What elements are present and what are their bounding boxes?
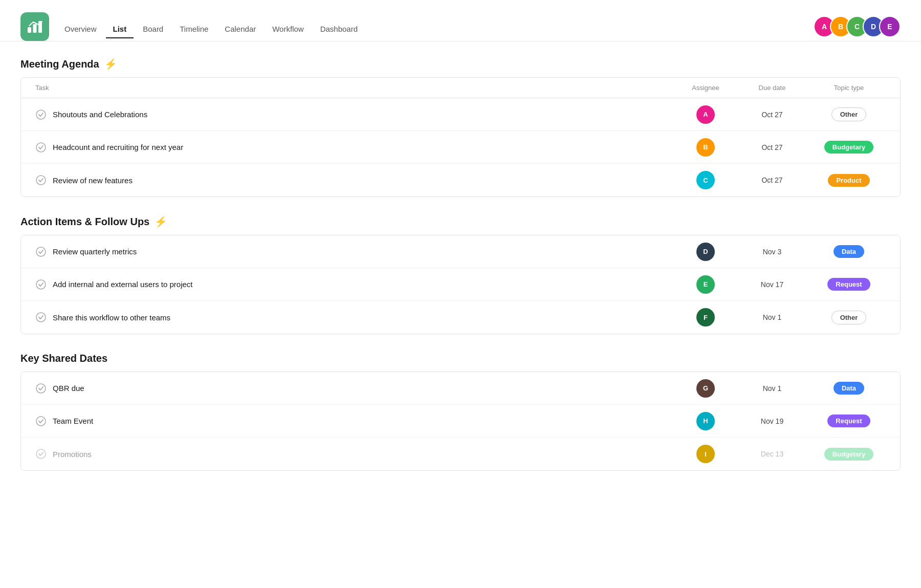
nav-tab-workflow[interactable]: Workflow: [265, 20, 311, 38]
topic-tag: Data: [834, 245, 864, 258]
table-row[interactable]: Headcount and recruiting for next yearBO…: [21, 131, 900, 164]
user-avatars: ABCDE: [814, 16, 901, 37]
tag-cell[interactable]: Other: [808, 107, 890, 121]
svg-point-9: [36, 384, 46, 393]
nav-tabs: OverviewListBoardTimelineCalendarWorkflo…: [57, 20, 365, 38]
task-cell: Shoutouts and Celebrations: [31, 102, 675, 127]
table-row[interactable]: Add internal and external users to proje…: [21, 268, 900, 301]
tag-cell[interactable]: Data: [808, 245, 890, 258]
table-header-row: TaskAssigneeDue dateTopic type: [21, 78, 900, 98]
svg-point-3: [36, 110, 46, 119]
nav-tab-overview[interactable]: Overview: [57, 20, 104, 38]
avatar: A: [696, 105, 715, 124]
task-name: Team Event: [53, 417, 93, 425]
assignee-cell: F: [675, 308, 736, 326]
avatar: E: [696, 275, 715, 294]
col-header-assignee: Assignee: [675, 78, 736, 98]
nav-tab-dashboard[interactable]: Dashboard: [313, 20, 365, 38]
table-row[interactable]: QBR dueGNov 1Data: [21, 372, 900, 405]
tag-cell[interactable]: Request: [808, 278, 890, 291]
svg-rect-1: [33, 24, 37, 33]
avatar: D: [696, 243, 715, 261]
section-header: Meeting Agenda⚡: [20, 58, 901, 70]
assignee-cell: E: [675, 275, 736, 294]
assignee-cell: A: [675, 105, 736, 124]
task-table: QBR dueGNov 1DataTeam EventHNov 19Reques…: [20, 372, 901, 471]
task-cell: Promotions: [31, 441, 675, 467]
task-cell: Review of new features: [31, 167, 675, 193]
col-header-topic_type: Topic type: [808, 78, 890, 98]
check-icon: [35, 448, 47, 460]
svg-rect-0: [28, 27, 31, 33]
nav-tab-timeline[interactable]: Timeline: [172, 20, 215, 38]
due-date: Oct 27: [736, 111, 808, 119]
table-row[interactable]: PromotionsIDec 13Budgetary: [21, 438, 900, 470]
app-icon: [20, 12, 49, 41]
task-name: Add internal and external users to proje…: [53, 280, 193, 289]
topic-tag: Request: [827, 278, 870, 291]
task-name: Review of new features: [53, 176, 133, 185]
avatar: F: [696, 308, 715, 326]
svg-point-5: [36, 176, 46, 185]
check-icon: [35, 109, 47, 120]
check-icon: [35, 142, 47, 153]
assignee-cell: I: [675, 445, 736, 463]
svg-point-11: [36, 449, 46, 459]
task-cell: Review quarterly metrics: [31, 239, 675, 265]
topic-tag: Budgetary: [824, 141, 873, 154]
due-date: Nov 1: [736, 384, 808, 393]
avatar: C: [696, 171, 715, 189]
header: OverviewListBoardTimelineCalendarWorkflo…: [0, 0, 921, 41]
section-header: Action Items & Follow Ups⚡: [20, 215, 901, 228]
tag-cell[interactable]: Other: [808, 311, 890, 324]
col-header-task: Task: [31, 78, 675, 98]
task-table: TaskAssigneeDue dateTopic typeShoutouts …: [20, 77, 901, 197]
section-meeting-agenda: Meeting Agenda⚡TaskAssigneeDue dateTopic…: [20, 58, 901, 197]
tag-cell[interactable]: Budgetary: [808, 141, 890, 154]
section-key-shared-dates: Key Shared DatesQBR dueGNov 1DataTeam Ev…: [20, 353, 901, 471]
svg-point-10: [36, 417, 46, 426]
nav-tab-list[interactable]: List: [106, 20, 134, 38]
due-date: Nov 1: [736, 313, 808, 321]
content: Meeting Agenda⚡TaskAssigneeDue dateTopic…: [0, 41, 921, 506]
header-avatar: E: [879, 16, 901, 37]
due-date: Nov 17: [736, 280, 808, 289]
check-icon: [35, 279, 47, 290]
nav-tab-board[interactable]: Board: [136, 20, 170, 38]
table-row[interactable]: Team EventHNov 19Request: [21, 405, 900, 438]
tag-cell[interactable]: Budgetary: [808, 448, 890, 461]
table-row[interactable]: Review of new featuresCOct 27Product: [21, 164, 900, 197]
assignee-cell: D: [675, 243, 736, 261]
section-title: Action Items & Follow Ups: [20, 216, 149, 228]
task-cell: Share this workflow to other teams: [31, 304, 675, 330]
task-table: Review quarterly metricsDNov 3DataAdd in…: [20, 235, 901, 334]
task-name: Shoutouts and Celebrations: [53, 110, 147, 119]
section-header: Key Shared Dates: [20, 353, 901, 364]
section-title: Meeting Agenda: [20, 58, 99, 70]
table-row[interactable]: Review quarterly metricsDNov 3Data: [21, 235, 900, 268]
due-date: Oct 27: [736, 143, 808, 151]
tag-cell[interactable]: Product: [808, 174, 890, 187]
task-cell: Headcount and recruiting for next year: [31, 135, 675, 160]
due-date: Dec 13: [736, 450, 808, 458]
svg-point-8: [36, 313, 46, 322]
tag-cell[interactable]: Data: [808, 382, 890, 395]
table-row[interactable]: Shoutouts and CelebrationsAOct 27Other: [21, 98, 900, 131]
avatar: I: [696, 445, 715, 463]
lightning-icon: ⚡: [104, 58, 117, 70]
svg-point-6: [36, 247, 46, 256]
svg-point-7: [36, 280, 46, 289]
svg-point-4: [36, 143, 46, 152]
lightning-icon: ⚡: [155, 215, 167, 228]
due-date: Oct 27: [736, 176, 808, 184]
task-name: Headcount and recruiting for next year: [53, 143, 183, 151]
tag-cell[interactable]: Request: [808, 415, 890, 427]
topic-tag: Budgetary: [824, 448, 873, 461]
task-cell: QBR due: [31, 376, 675, 401]
task-name: Promotions: [53, 450, 92, 459]
table-row[interactable]: Share this workflow to other teamsFNov 1…: [21, 301, 900, 334]
due-date: Nov 3: [736, 248, 808, 256]
topic-tag: Request: [827, 415, 870, 427]
header-left: OverviewListBoardTimelineCalendarWorkflo…: [20, 12, 365, 41]
nav-tab-calendar[interactable]: Calendar: [217, 20, 263, 38]
